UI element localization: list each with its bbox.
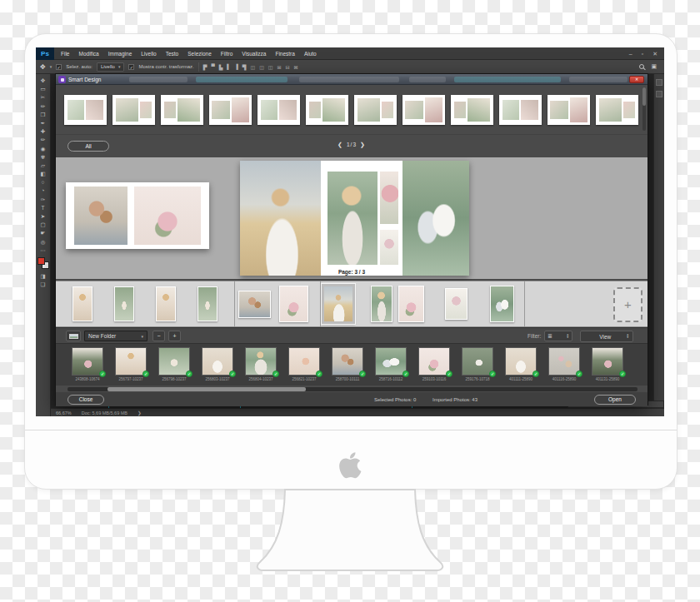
template-scrollbar[interactable] <box>642 87 646 131</box>
close-button[interactable]: Close <box>68 395 104 405</box>
align-middle-icon[interactable]: ▀ <box>211 64 214 70</box>
layout-template-thumbnail[interactable] <box>499 95 542 125</box>
align-right-icon[interactable]: ▜ <box>242 64 247 70</box>
menu-item[interactable]: Finestra <box>275 47 294 60</box>
workspace-icon[interactable]: ▣ <box>651 63 657 70</box>
page-thumb-couple[interactable] <box>238 291 271 318</box>
blur-tool[interactable]: ○ <box>38 179 48 185</box>
page-thumb-bride-4[interactable] <box>198 286 218 321</box>
distribute-top-icon[interactable]: ◫ <box>250 64 255 70</box>
sort-filter-button[interactable]: ≣ ▲▼ <box>544 331 572 341</box>
quick-selection-tool[interactable]: ✏ <box>38 103 48 109</box>
distribute-left-icon[interactable]: ⊞ <box>277 64 281 70</box>
browser-photo-thumbnail[interactable]: ✓ 401111-25890 <box>505 347 537 386</box>
screen-mode-icon[interactable]: ❏ <box>38 281 48 287</box>
menu-item[interactable]: Selezione <box>188 47 212 60</box>
previous-spread-preview[interactable] <box>66 182 209 249</box>
lasso-tool[interactable]: ✂ <box>38 94 48 100</box>
layout-template-thumbnail[interactable] <box>64 95 107 125</box>
shape-tool[interactable]: ▢ <box>38 221 48 227</box>
menu-item[interactable]: Testo <box>166 47 179 60</box>
browser-photo-thumbnail[interactable]: ✓ 259176-10718 <box>462 347 493 386</box>
menu-item[interactable]: Aiuto <box>304 47 317 60</box>
browser-photo-thumbnail[interactable]: ✓ 259103-10116 <box>418 347 450 386</box>
quick-mask-icon[interactable]: ◨ <box>38 273 48 279</box>
photo-bride-bouquet[interactable] <box>134 187 201 245</box>
browser-photo-thumbnail[interactable]: ✓ 401131-25890 <box>592 347 623 386</box>
crop-tool[interactable]: ❐ <box>38 112 48 117</box>
clone-stamp-tool[interactable]: ◉ <box>38 146 48 152</box>
folder-select[interactable]: New Folder ▾ <box>84 331 148 341</box>
distribute-center-icon[interactable]: ⊟ <box>286 64 290 70</box>
distribute-bottom-icon[interactable]: ◫ <box>268 64 273 70</box>
align-top-icon[interactable]: ▛ <box>203 64 208 70</box>
maximize-button[interactable]: ▫ <box>642 47 643 60</box>
layout-template-thumbnail[interactable] <box>112 95 155 125</box>
tool-preset-caret-icon[interactable]: ▾ <box>50 64 52 69</box>
photo-portrait-scarf[interactable] <box>328 172 378 265</box>
collapsed-panel-icon[interactable] <box>656 91 662 97</box>
search-icon[interactable] <box>639 64 644 69</box>
menu-item[interactable]: Immagine <box>108 47 132 60</box>
photo-bride-in-field[interactable] <box>240 161 321 276</box>
menu-item[interactable]: File <box>61 47 69 60</box>
type-tool[interactable]: T <box>38 205 48 211</box>
add-folder-button[interactable]: + <box>168 331 181 341</box>
browser-photo-thumbnail[interactable]: ✓ 256804-10237 <box>245 347 277 386</box>
brush-tool[interactable]: ✏ <box>38 137 48 142</box>
view-select[interactable]: View ▲▼ <box>580 331 633 342</box>
spin-down-icon[interactable]: ▼ <box>567 336 569 339</box>
layout-template-thumbnail[interactable] <box>306 95 348 125</box>
photo-couple-close[interactable] <box>74 187 128 245</box>
current-spread[interactable] <box>240 161 469 276</box>
layout-template-thumbnail[interactable] <box>451 95 493 125</box>
page-thumb-bride-2[interactable] <box>114 286 134 321</box>
color-swatches[interactable] <box>38 257 49 269</box>
more-tools[interactable]: ⋯ <box>38 247 48 253</box>
remove-folder-button[interactable]: − <box>152 331 165 341</box>
add-page-button[interactable]: + <box>613 287 642 322</box>
align-center-icon[interactable]: ▐ <box>235 64 238 70</box>
eyedropper-tool[interactable]: ✒ <box>38 120 48 126</box>
move-tool-icon[interactable]: ✥ <box>40 63 46 71</box>
page-thumb-bouquet-white[interactable] <box>445 288 468 320</box>
pen-tool[interactable]: ✑ <box>38 197 48 202</box>
layout-template-thumbnail[interactable] <box>596 95 638 125</box>
auto-select-target-select[interactable]: Livello▾ <box>97 62 125 72</box>
dodge-tool[interactable]: ◔ <box>38 187 48 193</box>
page-thumb-portrait[interactable] <box>371 286 392 322</box>
photo-couple-embrace[interactable] <box>402 161 469 276</box>
page-thumb-bride-bouquet[interactable] <box>398 286 424 322</box>
open-button[interactable]: Open <box>594 395 636 405</box>
browser-photo-thumbnail[interactable]: ✓ 258700-10111 <box>332 347 363 386</box>
gradient-tool[interactable]: ◧ <box>38 171 48 177</box>
menu-item[interactable]: Modifica <box>78 47 98 60</box>
auto-select-checkbox[interactable]: ✓ <box>56 64 62 70</box>
path-selection-tool[interactable]: ➤ <box>38 213 48 219</box>
healing-brush-tool[interactable]: ✚ <box>38 128 48 134</box>
zoom-tool[interactable]: ◎ <box>38 239 48 245</box>
browser-photo-thumbnail[interactable]: ✓ 401116-25890 <box>548 347 580 386</box>
close-button[interactable]: ✕ <box>652 47 658 60</box>
browser-scrollbar[interactable] <box>68 387 638 391</box>
pager-prev-icon[interactable]: ❮ <box>338 142 343 147</box>
distribute-right-icon[interactable]: ⊠ <box>294 64 298 70</box>
pager-next-icon[interactable]: ❯ <box>360 142 366 147</box>
photo-bouquet-small[interactable] <box>380 230 398 265</box>
align-bottom-icon[interactable]: ▙ <box>219 64 223 70</box>
status-menu-arrow-icon[interactable]: ❯ <box>138 410 142 415</box>
history-brush-tool[interactable]: ✾ <box>38 154 48 160</box>
layout-template-thumbnail[interactable] <box>548 95 590 125</box>
foreground-color-swatch[interactable] <box>38 257 45 265</box>
show-transform-checkbox[interactable]: ✓ <box>128 64 134 70</box>
page-thumb-bouquet[interactable] <box>279 286 308 322</box>
browser-photo-thumbnail[interactable]: ✓ 256821-10237 <box>288 347 320 386</box>
hand-tool[interactable]: ☛ <box>38 230 48 236</box>
browser-photo-thumbnail[interactable]: ✓ 256798-10237 <box>158 347 190 386</box>
menu-item[interactable]: Livello <box>141 47 156 60</box>
move-tool[interactable]: ✥ <box>38 77 48 83</box>
layout-template-thumbnail[interactable] <box>402 95 445 125</box>
page-thumb-couple-green[interactable] <box>490 286 514 322</box>
page-thumb-bride-3[interactable] <box>156 286 176 321</box>
collapsed-panel-icon[interactable] <box>656 79 662 86</box>
